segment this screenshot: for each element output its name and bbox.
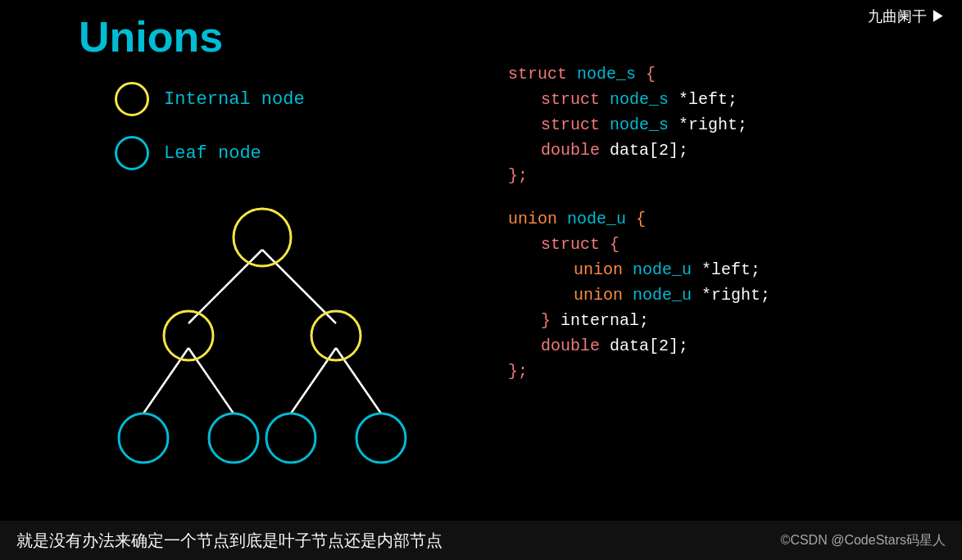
subtitle-text: 就是没有办法来确定一个节点到底是叶子节点还是内部节点 <box>16 530 442 552</box>
internal-node-label: Internal node <box>164 89 305 110</box>
code-union-line4: union node_u *right; <box>508 282 770 308</box>
code-block: struct node_s { struct node_s *left; str… <box>508 61 770 384</box>
tree-diagram <box>82 196 442 508</box>
legend: Internal node Leaf node <box>115 82 305 190</box>
internal-node-icon <box>115 82 149 116</box>
leaf-node-label: Leaf node <box>164 143 261 164</box>
code-union-line1: union node_u { <box>508 206 770 232</box>
watermark: 九曲阑干 ▶ <box>868 7 946 26</box>
svg-point-7 <box>164 311 213 360</box>
page-title: Unions <box>79 12 223 61</box>
svg-point-11 <box>266 413 315 463</box>
bottom-bar: 就是没有办法来确定一个节点到底是叶子节点还是内部节点 ©CSDN @CodeSt… <box>0 521 962 560</box>
code-struct-line4: double data[2]; <box>508 138 770 163</box>
legend-leaf-node: Leaf node <box>115 136 305 170</box>
code-union-line3: union node_u *left; <box>508 257 770 282</box>
code-struct-line5: }; <box>508 163 770 188</box>
code-struct-line1: struct node_s { <box>508 61 770 87</box>
svg-point-9 <box>119 413 168 463</box>
code-union-line5: } internal; <box>508 308 770 333</box>
svg-point-8 <box>311 311 361 360</box>
svg-point-12 <box>356 413 406 463</box>
code-union-line6: double data[2]; <box>508 333 770 359</box>
credit-text: ©CSDN @CodeStars码星人 <box>781 532 946 549</box>
legend-internal-node: Internal node <box>115 82 305 116</box>
code-union-line2: struct { <box>508 232 770 257</box>
svg-point-10 <box>209 413 258 463</box>
code-struct-line2: struct node_s *left; <box>508 87 770 112</box>
leaf-node-icon <box>115 136 149 170</box>
code-struct-line3: struct node_s *right; <box>508 112 770 138</box>
svg-point-6 <box>234 209 291 266</box>
code-union-line7: }; <box>508 359 770 384</box>
